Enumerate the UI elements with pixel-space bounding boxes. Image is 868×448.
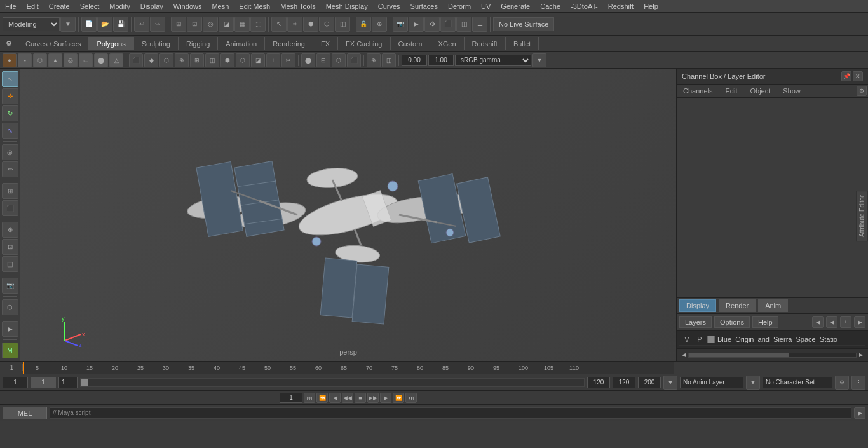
tab-curves-surfaces[interactable]: Curves / Surfaces [18,37,89,50]
uv-layout-btn[interactable]: ⊟ [316,53,330,67]
options-btn[interactable]: Options [714,316,750,328]
append-btn[interactable]: + [266,53,280,67]
color-space-selector[interactable]: sRGB gamma [455,55,531,66]
save-scene-btn[interactable]: 💾 [113,17,128,32]
soft-select-btn[interactable]: ◎ [2,144,18,160]
tab-animation[interactable]: Animation [218,37,265,50]
gamma-settings-btn[interactable]: ▼ [532,53,546,67]
menu-display[interactable]: Display [135,1,168,11]
panel-pin-btn[interactable]: 📌 [841,71,851,81]
lock-btn[interactable]: 🔒 [356,17,371,32]
layer-playback[interactable]: P [695,336,705,343]
snap-grid-btn[interactable]: ⊞ [171,17,186,32]
reduce-btn[interactable]: ⬡ [236,53,250,67]
layer-color-swatch[interactable] [707,336,715,343]
tab-sculpting[interactable]: Sculpting [134,37,179,50]
play-fwd-btn[interactable]: ▶▶ [367,393,379,403]
tab-channels[interactable]: Channels [677,85,719,97]
constraint-btn[interactable]: ⊕ [372,17,387,32]
menu-edit-mesh[interactable]: Edit Mesh [234,1,275,11]
scroll-right-btn[interactable]: ▶ [857,351,865,360]
channel-box-settings[interactable]: ⚙ [857,86,867,96]
time-slider[interactable] [80,378,585,387]
menu-windows[interactable]: Windows [168,1,207,11]
snap-pnt-btn[interactable]: ◫ [2,256,18,272]
select-hierarchy-btn[interactable]: ⬢ [303,17,318,32]
layer-tab-display[interactable]: Display [679,299,716,312]
menu-redshift[interactable]: Redshift [603,1,639,11]
render-btn[interactable]: ▶ [409,17,424,32]
merge-btn[interactable]: ⊕ [175,53,189,67]
bridge-btn[interactable]: ⬡ [159,53,173,67]
tab-edit[interactable]: Edit [719,85,743,97]
time-slider-thumb[interactable] [81,379,88,386]
help-btn[interactable]: Help [752,316,778,328]
menu-help[interactable]: Help [639,1,663,11]
extrude-btn[interactable]: ⬛ [129,53,143,67]
transform-y-input[interactable] [428,55,454,66]
layer-back-btn[interactable]: ◀ [812,316,824,328]
uv-mirror-btn[interactable]: ⬛ [347,53,361,67]
horizontal-scrollbar[interactable] [688,353,857,358]
workspace-selector[interactable]: Modeling [3,17,60,31]
open-scene-btn[interactable]: 📂 [97,17,112,32]
cube-btn[interactable]: ▪ [18,53,32,67]
tab-polygons[interactable]: Polygons [89,37,133,50]
snap-active-btn[interactable]: ⬚ [250,17,266,32]
step-back-btn[interactable]: ◀ [329,393,341,403]
plane-btn[interactable]: ▭ [79,53,93,67]
menu-curves[interactable]: Curves [373,1,405,11]
layer-visibility[interactable]: V [682,336,692,343]
stop-btn[interactable]: ■ [355,393,366,403]
sphere-btn[interactable]: ● [3,53,17,67]
cut-btn[interactable]: ✂ [281,53,295,67]
menu-3dtall[interactable]: -3DtoAll- [566,1,603,11]
menu-mesh-display[interactable]: Mesh Display [321,1,373,11]
render-preview-btn[interactable]: ▶ [2,321,18,337]
tab-bullet[interactable]: Bullet [506,37,539,50]
menu-surfaces[interactable]: Surfaces [405,1,443,11]
scrollbar-thumb[interactable] [689,353,789,357]
cylinder-btn[interactable]: ⬡ [33,53,47,67]
tab-fx-caching[interactable]: FX Caching [338,37,390,50]
jump-start-btn[interactable]: ⏮ [304,393,315,403]
timeline[interactable]: 1 5 10 15 20 25 30 35 40 45 50 55 60 65 … [0,361,868,374]
step-fwd-btn[interactable]: ▶ [380,393,391,403]
scale-tool-btn[interactable]: ⤡ [2,123,18,139]
tab-fx[interactable]: FX [313,37,338,50]
next-key-btn[interactable]: ⏩ [393,393,404,403]
disc-btn[interactable]: ⬤ [94,53,108,67]
fill-hole-btn[interactable]: ⊞ [190,53,204,67]
tab-xgen[interactable]: XGen [430,37,464,50]
redo-btn[interactable]: ↪ [150,17,165,32]
tab-object[interactable]: Object [743,85,776,97]
mel-window-btn[interactable]: MEL [3,407,47,419]
uv-unfold-btn[interactable]: ⬤ [301,53,315,67]
move-tool-btn[interactable]: ✛ [2,88,18,104]
char-set-arrow[interactable]: ▼ [746,376,760,390]
menu-select[interactable]: Select [75,1,105,11]
script-input-area[interactable]: // Maya script [50,407,851,419]
select-tool-btn[interactable]: ↖ [2,71,18,87]
retopo-btn[interactable]: ◪ [251,53,265,67]
layers-btn[interactable]: Layers [679,316,712,328]
lasso-btn[interactable]: ⌗ [287,17,302,32]
maya-logo-btn[interactable]: M [2,343,18,358]
snap-toggle-btn[interactable]: ⊡ [2,239,18,255]
menu-modify[interactable]: Modify [104,1,135,11]
char-set-extra-btn[interactable]: ⋮ [851,376,865,390]
torus-btn[interactable]: ◎ [64,53,78,67]
subdiv-btn[interactable]: ⬢ [220,53,234,67]
select-soft-btn[interactable]: ◫ [335,17,350,32]
select-paint-btn[interactable]: ⬡ [319,17,334,32]
tab-rendering[interactable]: Rendering [265,37,313,50]
menu-mesh-tools[interactable]: Mesh Tools [275,1,320,11]
layer-add-btn[interactable]: + [840,316,851,328]
range-max-input[interactable] [638,377,661,388]
workspace-arrow[interactable]: ▼ [60,17,76,32]
uv-cut-btn[interactable]: ⬡ [332,53,346,67]
camera-btn[interactable]: 📷 [393,17,408,32]
tab-custom[interactable]: Custom [391,37,431,50]
paint-select-btn[interactable]: ✏ [2,161,18,177]
cone-btn[interactable]: ▲ [48,53,62,67]
